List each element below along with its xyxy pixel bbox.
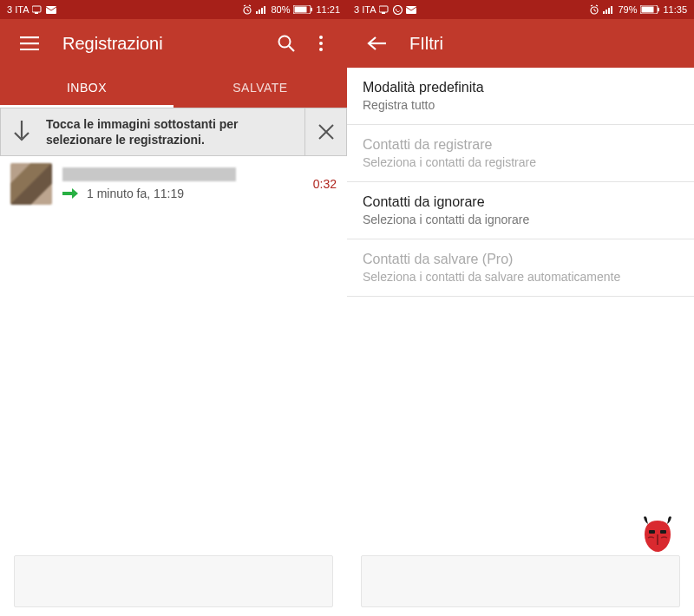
svg-rect-9 [295,7,307,13]
svg-rect-6 [261,8,263,14]
svg-rect-38 [660,530,666,534]
page-title: Registrazioni [62,34,267,54]
menu-button[interactable] [14,28,45,59]
filter-title: Modalità predefinita [363,80,678,95]
svg-rect-0 [32,6,41,12]
clock-label: 11:35 [663,4,687,15]
contact-name-redacted [62,167,236,181]
svg-rect-32 [611,6,612,14]
tip-banner: Tocca le immagini sottostanti per selezi… [0,108,347,156]
contact-avatar[interactable] [10,163,52,205]
filter-title: Contatti da ignorare [363,194,678,210]
filter-default-mode[interactable]: Modalità predefinita Registra tutto [347,68,694,125]
svg-rect-1 [35,12,38,14]
filter-contacts-ignore[interactable]: Contatti da ignorare Seleziona i contatt… [347,182,694,239]
back-button[interactable] [361,28,392,59]
svg-point-26 [394,5,403,14]
tabs: INBOX SALVATE [0,68,347,108]
svg-rect-12 [20,43,39,44]
mail-icon [406,6,416,14]
status-bar: 3 ITA 79% 11:35 [347,0,694,19]
svg-rect-11 [20,36,39,38]
svg-rect-37 [649,530,655,534]
clock-label: 11:21 [316,4,340,15]
display-icon [32,5,43,14]
battery-icon [293,5,312,14]
svg-rect-10 [311,8,312,11]
svg-rect-34 [642,7,654,13]
svg-line-15 [289,46,294,51]
battery-percent: 80% [271,4,290,15]
overflow-button[interactable] [305,28,337,59]
filter-subtitle: Seleziona i contatti da registrare [363,155,678,169]
svg-rect-31 [608,8,610,14]
carrier-label: 3 ITA [7,4,29,15]
signal-icon [256,5,267,14]
svg-rect-13 [20,49,39,50]
page-title: FIltri [409,34,684,54]
arrow-down-icon [1,121,43,143]
tab-inbox[interactable]: INBOX [0,68,174,108]
svg-marker-23 [72,188,78,199]
app-bar: Registrazioni [0,19,347,68]
svg-rect-25 [382,12,385,14]
tab-inbox-label: INBOX [67,81,107,95]
filter-title: Contatti da salvare (Pro) [363,252,678,267]
svg-rect-7 [264,6,265,14]
bottom-ad-placeholder [361,555,680,607]
svg-rect-5 [259,10,260,14]
signal-icon [603,5,614,14]
svg-rect-35 [658,8,659,11]
tab-saved-label: SALVATE [232,81,287,95]
screen-recordings: 3 ITA 80% 11:21 Registrazioni [0,0,347,616]
bottom-ad-placeholder [14,555,333,607]
recording-time: 1 minuto fa, 11:19 [87,187,184,200]
search-button[interactable] [271,28,302,59]
alarm-icon [589,4,599,15]
app-bar: FIltri [347,19,694,68]
tip-close-button[interactable] [304,108,346,155]
svg-point-18 [319,48,323,51]
filter-title: Contatti da registrare [363,137,678,153]
svg-point-14 [279,36,291,48]
whatsapp-icon [393,5,403,15]
filter-contacts-save-pro[interactable]: Contatti da salvare (Pro) Seleziona i co… [347,239,694,297]
battery-icon [640,5,659,14]
svg-rect-39 [657,534,658,545]
status-bar: 3 ITA 80% 11:21 [0,0,347,19]
filter-subtitle: Registra tutto [363,98,678,112]
recording-item[interactable]: 1 minuto fa, 11:19 0:32 [0,156,347,212]
display-icon [379,5,390,14]
svg-rect-24 [379,6,388,12]
recording-duration: 0:32 [313,177,337,191]
filter-contacts-record[interactable]: Contatti da registrare Seleziona i conta… [347,125,694,182]
carrier-label: 3 ITA [354,4,376,15]
svg-rect-4 [256,11,258,14]
tip-text: Tocca le immagini sottostanti per selezi… [43,116,304,147]
svg-point-16 [319,36,323,39]
svg-point-17 [319,42,323,45]
tab-saved[interactable]: SALVATE [174,68,347,108]
brand-mask-icon [637,514,678,555]
filter-subtitle: Seleziona i contatti da ignorare [363,213,678,226]
close-icon [318,124,334,140]
filter-subtitle: Seleziona i contatti da salvare automati… [363,270,678,284]
svg-rect-29 [603,11,605,14]
mail-icon [46,6,56,14]
svg-rect-30 [606,10,607,14]
alarm-icon [242,4,252,15]
screen-filters: 3 ITA 79% 11:35 [347,0,694,616]
outgoing-call-icon [62,187,78,200]
battery-percent: 79% [618,4,637,15]
